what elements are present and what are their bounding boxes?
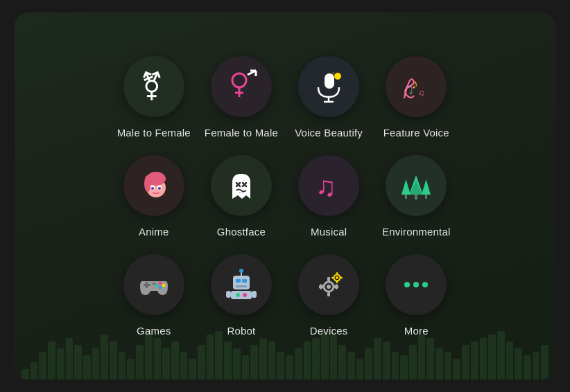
svg-rect-56 [327,277,330,281]
svg-marker-35 [422,179,431,195]
svg-point-51 [243,293,247,297]
voice-option-voice-beautify[interactable]: ★ ♪ Voice Beautify [292,56,365,139]
svg-point-18 [144,175,151,192]
voice-beautify-icon-circle: ★ ♪ [298,56,359,117]
voice-option-female-to-male[interactable]: Female to Male [205,56,278,139]
svg-rect-66 [336,272,338,274]
svg-text:♫: ♫ [418,88,424,98]
voice-option-more[interactable]: More [379,254,453,337]
svg-point-38 [158,281,162,285]
svg-rect-69 [331,276,334,278]
main-card: ⚧ Male to Female Female to Male ★ ♪ Voic… [15,12,555,380]
male-to-female-icon-circle: ⚧ [123,56,184,117]
svg-rect-45 [242,279,247,283]
svg-text:♫: ♫ [316,171,336,202]
anime-icon-circle [123,155,184,216]
svg-rect-42 [152,283,156,285]
svg-point-21 [151,187,154,190]
svg-marker-33 [401,179,411,195]
svg-point-22 [158,187,161,190]
female-to-male-label: Female to Male [205,127,278,139]
male-to-female-label: Male to Female [117,127,191,139]
feature-voice-icon-circle: 🎵 ♪ ♫ [386,56,447,117]
games-icon-circle [123,254,184,315]
robot-label: Robot [227,325,255,337]
voice-option-male-to-female[interactable]: ⚧ Male to Female [117,56,191,139]
svg-rect-44 [236,279,241,283]
svg-point-39 [162,283,165,287]
female-to-male-icon-circle [211,56,272,117]
svg-rect-53 [252,291,257,298]
svg-rect-46 [236,285,247,287]
devices-label: Devices [310,325,348,337]
svg-point-70 [404,282,410,287]
svg-point-72 [422,282,428,287]
svg-rect-37 [146,282,148,288]
voice-option-musical[interactable]: ♫ Musical [292,155,365,238]
svg-point-40 [158,285,162,289]
svg-text:★: ★ [335,73,340,80]
svg-rect-57 [327,292,330,296]
svg-rect-49 [231,291,252,299]
more-icon-circle [386,254,447,315]
games-label: Games [137,325,171,337]
voice-options-grid: ⚧ Male to Female Female to Male ★ ♪ Voic… [117,56,454,337]
ghostface-label: Ghostface [217,226,266,238]
anime-label: Anime [139,226,169,238]
voice-option-games[interactable]: Games [117,254,191,337]
voice-beautify-label: Voice Beautify [295,127,363,139]
voice-option-environmental[interactable]: Environmental [379,155,453,238]
devices-icon-circle [298,254,359,315]
svg-point-71 [413,282,419,287]
musical-icon-circle: ♫ [298,155,359,216]
svg-point-48 [239,269,243,273]
svg-rect-67 [336,280,338,283]
svg-text:⚧: ⚧ [140,71,164,101]
feature-voice-label: Feature Voice [383,127,449,139]
voice-option-anime[interactable]: Anime [117,155,191,238]
environmental-label: Environmental [382,226,450,238]
musical-label: Musical [311,226,347,238]
environmental-icon-circle [386,155,447,216]
voice-option-robot[interactable]: Robot [205,254,278,337]
voice-option-feature-voice[interactable]: 🎵 ♪ ♫ Feature Voice [379,56,453,139]
robot-icon-circle [211,254,272,315]
voice-option-devices[interactable]: Devices [292,254,365,337]
svg-point-50 [236,293,240,297]
voice-option-ghostface[interactable]: Ghostface [205,155,278,238]
svg-rect-68 [340,276,343,278]
svg-text:♪: ♪ [331,70,334,76]
svg-rect-52 [226,291,231,298]
svg-point-55 [327,285,331,289]
more-label: More [404,325,429,337]
svg-point-1 [232,73,246,87]
svg-point-65 [336,276,338,279]
ghostface-icon-circle [211,155,272,216]
